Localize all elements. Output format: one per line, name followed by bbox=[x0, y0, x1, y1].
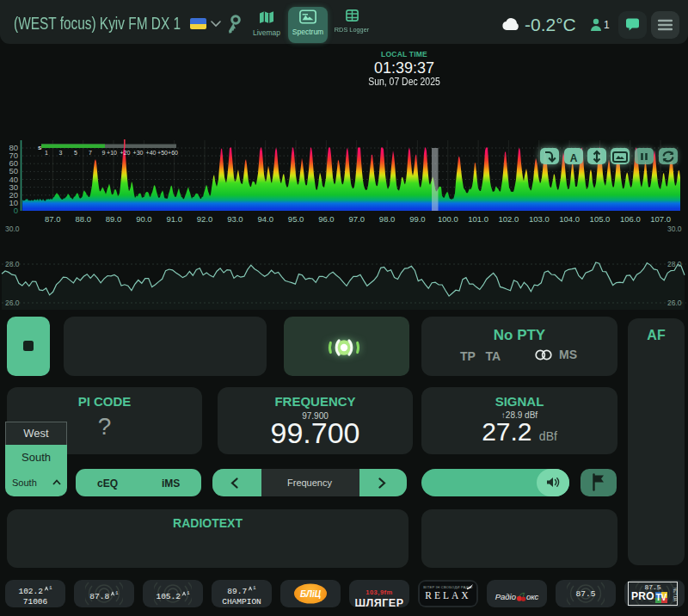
svg-text:1: 1 bbox=[45, 150, 48, 156]
svg-text:97.0: 97.0 bbox=[348, 214, 365, 224]
svg-text:+60: +60 bbox=[168, 150, 178, 156]
svg-text:89.0: 89.0 bbox=[106, 214, 122, 224]
svg-text:30.0: 30.0 bbox=[5, 225, 20, 233]
svg-text:+50: +50 bbox=[157, 150, 168, 156]
svg-text:+20: +20 bbox=[120, 150, 131, 156]
svg-text:96.0: 96.0 bbox=[318, 214, 335, 224]
svg-text:100.0: 100.0 bbox=[438, 214, 458, 224]
svg-text:101.0: 101.0 bbox=[468, 214, 488, 224]
svg-text:80: 80 bbox=[9, 143, 18, 152]
svg-text:A: A bbox=[570, 151, 578, 163]
svg-text:104.0: 104.0 bbox=[559, 214, 580, 224]
svg-text:92.0: 92.0 bbox=[197, 214, 213, 224]
svg-text:5: 5 bbox=[74, 150, 77, 156]
svg-text:3: 3 bbox=[59, 150, 63, 156]
svg-text:93.0: 93.0 bbox=[227, 214, 243, 224]
svg-text:99.0: 99.0 bbox=[409, 214, 426, 224]
svg-text:103.0: 103.0 bbox=[529, 214, 550, 224]
svg-text:+30: +30 bbox=[133, 150, 144, 156]
svg-text:0: 0 bbox=[14, 206, 18, 215]
svg-text:91.0: 91.0 bbox=[166, 214, 182, 224]
svg-text:87.0: 87.0 bbox=[45, 214, 61, 224]
svg-text:28.0: 28.0 bbox=[667, 260, 682, 268]
svg-text:107.0: 107.0 bbox=[650, 214, 671, 224]
svg-text:26.0: 26.0 bbox=[5, 299, 20, 307]
svg-text:9: 9 bbox=[102, 150, 106, 156]
svg-text:+10: +10 bbox=[107, 150, 117, 156]
svg-text:105.0: 105.0 bbox=[590, 214, 611, 224]
svg-text:106.0: 106.0 bbox=[620, 214, 641, 224]
svg-text:95.0: 95.0 bbox=[288, 214, 304, 224]
svg-text:28.0: 28.0 bbox=[5, 260, 20, 268]
svg-text:88.0: 88.0 bbox=[75, 214, 91, 224]
svg-text:+40: +40 bbox=[146, 150, 157, 156]
svg-text:94.0: 94.0 bbox=[257, 214, 273, 224]
svg-text:7: 7 bbox=[89, 150, 92, 156]
svg-text:98.0: 98.0 bbox=[379, 214, 396, 224]
svg-text:102.0: 102.0 bbox=[499, 214, 519, 224]
svg-text:26.0: 26.0 bbox=[667, 299, 682, 307]
svg-text:90.0: 90.0 bbox=[136, 214, 152, 224]
svg-text:30.0: 30.0 bbox=[667, 225, 682, 233]
